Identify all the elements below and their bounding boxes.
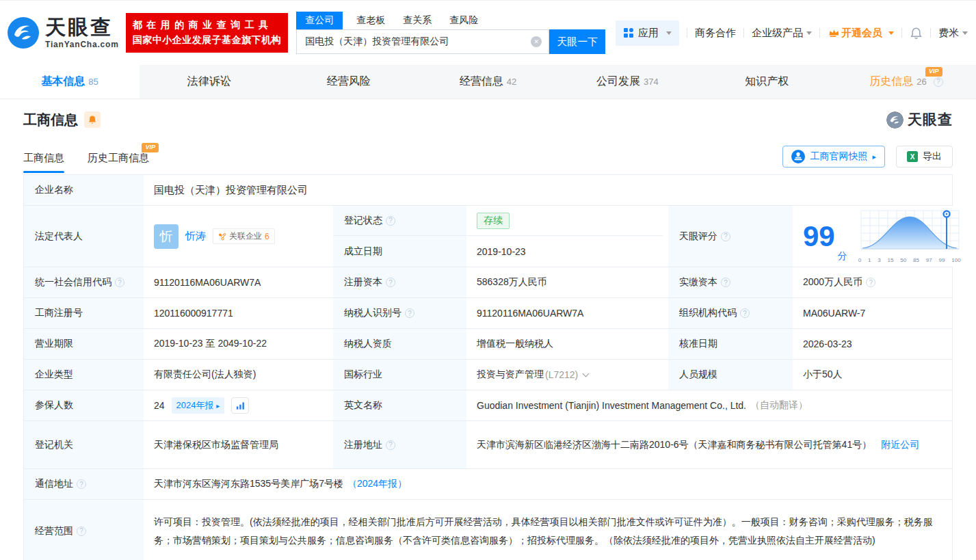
- search-input[interactable]: [297, 36, 549, 47]
- field-label: 参保人数: [24, 390, 144, 421]
- field-label: 统一社会信用代码?: [24, 267, 144, 297]
- divider: [901, 28, 902, 38]
- tianyancha-logo[interactable]: 天眼查 TianYanCha.com: [7, 16, 119, 49]
- tab-operation-risk[interactable]: 经营风险: [279, 65, 419, 98]
- search-tab-risk[interactable]: 查风险: [449, 12, 478, 29]
- field-label: 注册资本?: [333, 267, 467, 297]
- search-tab-company[interactable]: 查公司: [296, 12, 343, 29]
- status-badge: 存续: [477, 213, 510, 229]
- apps-grid-icon: [623, 27, 634, 38]
- legal-rep-link[interactable]: 忻涛: [185, 230, 206, 243]
- score-value: 99 分 0131550859799100: [793, 206, 966, 267]
- divider: [687, 28, 687, 38]
- annual-report-link[interactable]: （2024年报）: [347, 478, 407, 490]
- help-icon[interactable]: ?: [77, 526, 86, 536]
- arrow-right-icon: ▸: [872, 152, 876, 161]
- org-code-value: MA06UARW-7: [793, 298, 952, 328]
- tab-history-info[interactable]: VIP历史信息26?: [836, 65, 976, 98]
- field-label: 核准日期: [668, 329, 793, 359]
- help-icon[interactable]: ?: [386, 216, 395, 226]
- username: 费米: [938, 27, 959, 40]
- tianyancha-watermark: 天眼查: [886, 110, 953, 129]
- reg-number-value: 120116000917771: [144, 298, 328, 328]
- legal-rep-value: 忻 忻涛 关联企业6: [144, 206, 328, 267]
- field-label: 天眼评分?: [668, 206, 793, 267]
- svg-text:X: X: [910, 153, 915, 161]
- nearby-companies-link[interactable]: 附近公司: [881, 439, 919, 450]
- tab-company-development[interactable]: 公司发展374: [557, 65, 697, 98]
- tab-basic-info[interactable]: 基本信息85: [0, 65, 140, 98]
- subscribe-bell-icon[interactable]: [84, 111, 101, 128]
- help-icon[interactable]: ?: [77, 479, 86, 489]
- search-tab-boss[interactable]: 查老板: [356, 12, 385, 29]
- tianyancha-logo-icon: [7, 16, 40, 49]
- brand-slogan: 都在用的商业查询工具 国家中小企业发展子基金旗下机构: [126, 13, 289, 52]
- subtab-business-info[interactable]: 工商信息: [23, 152, 64, 173]
- help-icon[interactable]: ?: [721, 278, 730, 287]
- search-tab-relation[interactable]: 查关系: [403, 12, 432, 29]
- help-icon[interactable]: ?: [405, 308, 414, 318]
- nav-open-vip[interactable]: 开通会员: [828, 27, 894, 40]
- field-label: 登记机关: [24, 421, 144, 468]
- official-snapshot-button[interactable]: 工商官网快照▸: [782, 146, 885, 168]
- company-tabbar: 基本信息85 法律诉讼 经营风险 经营信息42 公司发展374 知识产权 VIP…: [0, 65, 976, 99]
- trend-chart-icon[interactable]: [231, 397, 249, 414]
- taxpayer-quality-value: 增值税一般纳税人: [467, 329, 663, 359]
- tab-intellectual-property[interactable]: 知识产权: [697, 65, 836, 98]
- table-row: 法定代表人 忻 忻涛 关联企业6 登记状态? 存续 成立日期 2019-10-2…: [24, 205, 952, 267]
- field-label: 组织机构代码?: [668, 298, 793, 328]
- staff-size-value: 小于50人: [793, 360, 952, 390]
- help-icon[interactable]: ?: [386, 440, 395, 450]
- divider: [930, 28, 931, 38]
- table-row: 企业名称 国电投（天津）投资管理有限公司: [24, 175, 952, 205]
- related-companies-badge[interactable]: 关联企业6: [213, 228, 275, 244]
- subtab-history-business-info[interactable]: VIP历史工商信息: [88, 152, 149, 173]
- business-info-table: 企业名称 国电投（天津）投资管理有限公司 法定代表人 忻 忻涛 关联企业6 登记…: [23, 174, 953, 560]
- table-row: 参保人数 24 2024年报 ▸ 英文名称 Guodian Investment…: [24, 390, 952, 421]
- table-row: 企业类型 有限责任公司(法人独资) 国标行业 投资与资产管理(L7212) 人员…: [24, 359, 952, 390]
- field-label: 实缴资本?: [668, 267, 793, 297]
- reg-address-value: 天津市滨海新区临港经济区渤海十二南路2010-6号（天津嘉和商务秘书有限公司托管…: [467, 421, 952, 468]
- score-curve-chart: 0131550859799100: [858, 209, 962, 263]
- avatar: 忻: [154, 224, 179, 249]
- divider: [743, 28, 744, 38]
- nav-user-menu[interactable]: 费米: [938, 27, 968, 40]
- field-label: 纳税人资质: [333, 329, 467, 359]
- help-icon[interactable]: ?: [115, 278, 124, 287]
- field-label: 法定代表人: [24, 206, 144, 267]
- annual-report-pill[interactable]: 2024年报 ▸: [172, 397, 225, 414]
- nav-apps[interactable]: 应用: [616, 21, 679, 46]
- help-icon[interactable]: ?: [740, 308, 750, 318]
- business-scope-value: 许可项目：投资管理。(依法须经批准的项目，经相关部门批准后方可开展经营活动，具体…: [144, 500, 952, 560]
- nav-enterprise-products[interactable]: 企业级产品: [752, 27, 812, 40]
- chevron-down-icon[interactable]: [583, 371, 590, 377]
- search-button[interactable]: 天眼一下: [549, 29, 605, 54]
- tab-operation-info[interactable]: 经营信息42: [419, 65, 558, 98]
- vip-badge: VIP: [142, 143, 159, 152]
- table-row: 登记机关 天津港保税区市场监督管理局 注册地址? 天津市滨海新区临港经济区渤海十…: [24, 421, 952, 468]
- field-label: 成立日期: [333, 236, 467, 267]
- notification-bell-icon[interactable]: [910, 27, 923, 40]
- excel-icon: X: [907, 151, 918, 162]
- export-button[interactable]: X 导出: [896, 146, 953, 168]
- help-icon[interactable]: ?: [934, 77, 943, 87]
- table-row: 营业期限 2019-10-23 至 2049-10-22 纳税人资质 增值税一般…: [24, 328, 952, 359]
- tab-legal-lawsuits[interactable]: 法律诉讼: [140, 65, 279, 98]
- reg-status-value: 存续: [467, 206, 663, 236]
- field-label: 企业名称: [24, 175, 144, 205]
- help-icon[interactable]: ?: [386, 278, 395, 287]
- field-label: 英文名称: [333, 390, 467, 421]
- help-icon[interactable]: ?: [866, 278, 875, 287]
- nav-cooperation[interactable]: 商务合作: [695, 27, 736, 40]
- help-icon[interactable]: ?: [721, 232, 730, 241]
- industry-value: 投资与资产管理(L7212): [467, 360, 663, 390]
- org-network-icon: [218, 232, 226, 241]
- table-row: 工商注册号 120116000917771 纳税人识别号? 91120116MA…: [24, 297, 952, 328]
- reg-capital-value: 586328万人民币: [467, 267, 663, 297]
- field-label: 经营范围?: [24, 500, 144, 560]
- company-type-value: 有限责任公司(法人独资): [144, 360, 328, 390]
- logo-domain: TianYanCha.com: [45, 40, 119, 49]
- field-label: 通信地址?: [24, 469, 144, 499]
- watermark-logo-icon: [886, 111, 904, 129]
- top-nav: 应用 商务合作 企业级产品 开通会员 费米: [616, 21, 968, 46]
